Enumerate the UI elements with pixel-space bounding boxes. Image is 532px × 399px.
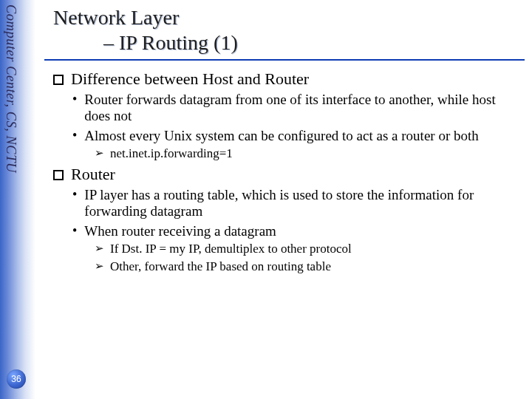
bullet-text: When router receiving a datagram (84, 223, 276, 239)
title-line-2: – IP Routing (1) (53, 31, 502, 55)
arrow-bullet-icon: ➢ (95, 259, 104, 274)
square-bullet-icon (53, 170, 64, 180)
sidebar-org-text: Computer Center, CS, NCTU (3, 4, 18, 173)
section-heading: Router (53, 165, 502, 184)
arrow-bullet-icon: ➢ (95, 242, 104, 256)
arrow-text: Other, forward the IP based on routing t… (110, 259, 331, 275)
section-heading-text: Router (71, 165, 115, 184)
square-bullet-icon (53, 75, 64, 85)
sidebar-gradient: Computer Center, CS, NCTU (0, 0, 35, 399)
dot-bullet-icon: • (72, 223, 77, 239)
bullet-item: • Router forwards datagram from one of i… (72, 92, 502, 125)
bullet-item: • IP layer has a routing table, which is… (72, 187, 502, 220)
bullet-item: • When router receiving a datagram (72, 223, 502, 239)
section-heading: Difference between Host and Router (53, 69, 502, 89)
title-block: Network Layer – IP Routing (1) (44, 6, 525, 61)
dot-bullet-icon: • (72, 187, 77, 203)
slide: Computer Center, CS, NCTU 36 Network Lay… (0, 0, 532, 399)
bullet-item: • Almost every Unix system can be config… (72, 128, 502, 144)
section-heading-text: Difference between Host and Router (71, 69, 309, 89)
arrow-item: ➢ Other, forward the IP based on routing… (95, 259, 502, 275)
slide-content: Network Layer – IP Routing (1) Differenc… (44, 0, 525, 399)
arrow-text: If Dst. IP = my IP, demultiplex to other… (110, 242, 352, 257)
dot-bullet-icon: • (72, 128, 77, 144)
bullet-text: Almost every Unix system can be configur… (84, 128, 478, 144)
bullet-text: IP layer has a routing table, which is u… (84, 187, 502, 220)
arrow-item: ➢ net.inet.ip.forwarding=1 (95, 146, 502, 162)
body: Difference between Host and Router • Rou… (44, 61, 525, 275)
arrow-item: ➢ If Dst. IP = my IP, demultiplex to oth… (95, 242, 502, 257)
page-number-badge: 36 (7, 369, 26, 389)
title-line-1: Network Layer (53, 6, 502, 30)
page-number: 36 (11, 374, 21, 384)
arrow-text: net.inet.ip.forwarding=1 (110, 146, 233, 162)
bullet-text: Router forwards datagram from one of its… (84, 92, 502, 125)
arrow-bullet-icon: ➢ (95, 146, 104, 161)
dot-bullet-icon: • (72, 92, 77, 108)
